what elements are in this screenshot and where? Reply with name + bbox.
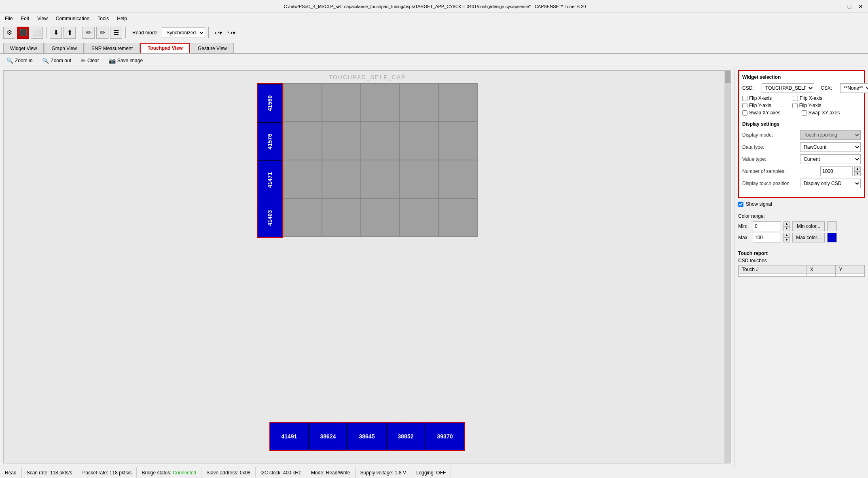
max-value-input[interactable]	[753, 233, 781, 242]
clear-button[interactable]: ✏ Clear	[78, 57, 102, 65]
grid-cell-0-4	[438, 83, 477, 122]
color-range-title: Color range:	[738, 213, 865, 219]
settings-button[interactable]: ⚙	[3, 27, 15, 39]
grid-cell-0-0	[283, 83, 322, 122]
csd-select[interactable]: TOUCHPAD_SELF_CAP	[762, 83, 814, 93]
min-color-swatch	[827, 221, 837, 231]
min-value-input[interactable]	[753, 221, 781, 231]
grid-cell-3-2	[361, 198, 400, 237]
maximize-button[interactable]: □	[845, 2, 853, 11]
menu-tools[interactable]: Tools	[94, 15, 112, 22]
display-touch-row: Display touch position: Display only CSD	[742, 179, 861, 188]
display-settings-title: Display settings	[742, 121, 861, 127]
csx-swap-xy-checkbox[interactable]	[802, 110, 807, 116]
status-i2c-text: I2C clock: 400 kHz	[260, 470, 301, 476]
col-value-4: 39370	[426, 423, 464, 450]
bottom-row: 41491 38624 38645 38852 39370	[269, 422, 465, 451]
csx-flip-y-checkbox[interactable]	[792, 103, 798, 108]
edit-button[interactable]: ✏	[83, 27, 95, 39]
num-samples-label: Number of samples:	[742, 168, 785, 174]
data-type-label: Data type:	[742, 144, 764, 150]
zoom-in-button[interactable]: 🔍 Zoom in	[3, 57, 36, 65]
min-color-row: Min: ▲ ▼ Min color...	[738, 221, 865, 231]
status-mode-text: Mode: Read/Write	[311, 470, 350, 476]
data-type-row: Data type: RawCount	[742, 142, 861, 152]
tab-snr-measurement[interactable]: SNR Measurement	[85, 43, 140, 53]
redo-button[interactable]: ↪▾	[225, 29, 238, 37]
min-up[interactable]: ▲	[783, 221, 790, 226]
download-button[interactable]: ⬇	[50, 27, 62, 39]
touch-col-x: X	[807, 265, 836, 274]
read-mode-label: Read mode:	[132, 30, 159, 36]
menu-file[interactable]: File	[2, 15, 16, 22]
col-value-3: 38852	[387, 423, 426, 450]
max-down[interactable]: ▼	[783, 238, 790, 242]
status-logging-text: Logging: OFF	[416, 470, 446, 476]
tab-gesture-view[interactable]: Gesture View	[191, 43, 234, 53]
grid-cell-1-4	[438, 122, 477, 160]
row-value-3: 41403	[258, 199, 282, 237]
menu-view[interactable]: View	[34, 15, 51, 22]
touch-report-panel: Touch report CSD touches Touch # X Y	[738, 251, 865, 277]
status-packet-rate: Packet rate: 118 pkts/s	[77, 467, 137, 478]
canvas-scrollbar[interactable]	[724, 71, 731, 463]
csx-flip-y-label: Flip Y-axis	[799, 103, 821, 108]
touch-table-header: Touch # X Y	[739, 265, 865, 274]
save-image-button[interactable]: 📷 Save image	[106, 57, 146, 65]
undo-button[interactable]: ↩▾	[212, 29, 224, 37]
status-i2c: I2C clock: 400 kHz	[256, 467, 306, 478]
read-mode-select[interactable]: Synchronized	[162, 27, 205, 38]
num-samples-down[interactable]: ▼	[854, 171, 861, 176]
row-value-2: 41471	[258, 160, 282, 199]
tab-graph-view[interactable]: Graph View	[44, 43, 83, 53]
grid-cell-2-2	[361, 160, 400, 198]
display-touch-control: Display only CSD	[800, 179, 861, 188]
num-samples-up[interactable]: ▲	[854, 166, 861, 171]
status-supply: Supply voltage: 1.8 V	[356, 467, 411, 478]
save-image-label: Save image	[117, 58, 143, 63]
menu-help[interactable]: Help	[114, 15, 130, 22]
csd-flip-y-checkbox[interactable]	[742, 103, 747, 108]
csx-flip-x: Flip X-axis	[793, 95, 822, 101]
minimize-button[interactable]: —	[834, 2, 842, 11]
min-down[interactable]: ▼	[783, 226, 790, 231]
touch-table-body	[739, 274, 865, 277]
pause-button[interactable]: ⬜	[31, 27, 43, 39]
value-type-select[interactable]: Current	[800, 154, 861, 164]
max-color-button[interactable]: Max color...	[792, 233, 825, 242]
max-up[interactable]: ▲	[783, 233, 790, 238]
grid-cell-1-3	[400, 122, 438, 160]
csx-flip-x-checkbox[interactable]	[793, 96, 798, 101]
num-samples-input[interactable]	[820, 166, 853, 176]
upload-button[interactable]: ⬆	[64, 27, 76, 39]
zoom-out-button[interactable]: 🔍 Zoom out	[39, 57, 74, 65]
data-type-select[interactable]: RawCount	[800, 142, 861, 152]
display-mode-select[interactable]: Touch reporting	[800, 130, 861, 140]
max-label: Max:	[738, 235, 750, 240]
clear-icon: ✏	[81, 57, 86, 64]
save-image-icon: 📷	[109, 57, 116, 64]
list-button[interactable]: ☰	[110, 27, 122, 39]
menu-communication[interactable]: Communication	[53, 15, 93, 22]
stop-button[interactable]: ⬛	[17, 27, 29, 39]
csd-flip-x-label: Flip X-axis	[749, 95, 772, 101]
separator3	[125, 27, 126, 38]
min-color-button[interactable]: Min color...	[792, 221, 825, 231]
export-button[interactable]: ✏	[96, 27, 108, 39]
canvas-scroll-thumb[interactable]	[725, 71, 730, 83]
menu-edit[interactable]: Edit	[17, 15, 32, 22]
csx-select[interactable]: **None**	[840, 83, 868, 93]
tab-touchpad-view[interactable]: Touchpad View	[140, 43, 190, 53]
csd-swap-xy-checkbox[interactable]	[742, 110, 747, 116]
show-signal-checkbox[interactable]	[738, 202, 743, 207]
status-scan-rate: Scan rate: 118 pkts/s	[22, 467, 78, 478]
csd-flip-x-checkbox[interactable]	[742, 96, 747, 101]
tab-widget-view[interactable]: Widget View	[3, 43, 44, 53]
touchpad-grid	[283, 83, 478, 237]
canvas-title: TOUCHPAD_SELF_CAP	[4, 71, 731, 84]
status-read: Read	[5, 467, 22, 478]
toolbar: ⚙ ⬛ ⬜ ⬇ ⬆ ✏ ✏ ☰ Read mode: Synchronized …	[0, 24, 868, 41]
display-touch-select[interactable]: Display only CSD	[800, 179, 861, 188]
close-button[interactable]: ✕	[857, 2, 865, 11]
num-samples-spinners: ▲ ▼	[854, 166, 861, 176]
